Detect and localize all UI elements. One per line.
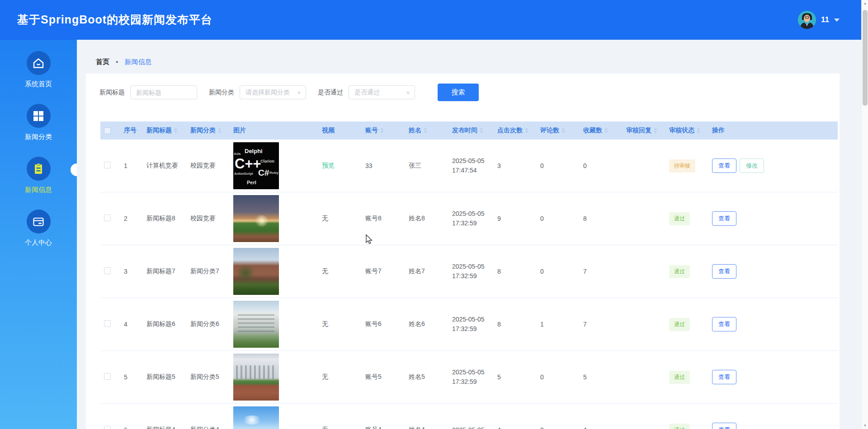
cell-comments: 1 — [537, 321, 580, 328]
pass-status-select[interactable]: 是否通过 ∨ — [349, 85, 415, 99]
col-header-label: 账号 — [365, 126, 378, 135]
table-row: 3新闻标题7新闻分类7无账号7姓名72025-05-0517:32:59807通… — [100, 245, 838, 298]
scrollbar[interactable]: ▲ ▼ — [861, 0, 868, 429]
sort-icon[interactable] — [218, 128, 222, 133]
scrollbar-down-arrow[interactable]: ▼ — [862, 424, 868, 428]
row-checkbox[interactable] — [104, 320, 111, 327]
avatar[interactable] — [798, 11, 816, 29]
row-checkbox[interactable] — [104, 214, 111, 221]
news-thumbnail[interactable] — [233, 301, 279, 348]
col-header-favorites[interactable]: 收藏数 — [580, 126, 623, 135]
cell-video: 无 — [318, 267, 362, 275]
breadcrumb-current[interactable]: 新闻信息 — [124, 58, 151, 66]
cell-publish-time: 2025-05-0517:32:59 — [448, 315, 494, 334]
col-header-publish_time[interactable]: 发布时间 — [448, 126, 494, 135]
news-table: 序号新闻标题新闻分类图片视频账号姓名发布时间点击次数评论数收藏数审核回复审核状态… — [100, 121, 838, 429]
cell-image — [230, 406, 318, 429]
sort-icon[interactable] — [654, 128, 657, 133]
cell-review-status: 通过 — [665, 318, 708, 331]
building-windows — [238, 314, 274, 333]
row-checkbox[interactable] — [104, 426, 111, 429]
cell-review-status: 通过 — [665, 265, 708, 278]
view-button[interactable]: 查看 — [712, 159, 736, 173]
view-button[interactable]: 查看 — [712, 264, 736, 279]
sidebar-item-news-info[interactable]: 新闻信息 — [0, 157, 77, 194]
cell-favorites: 4 — [580, 426, 623, 429]
grid-icon — [33, 110, 44, 122]
col-header-category[interactable]: 新闻分类 — [187, 126, 230, 135]
cell-index: 4 — [120, 321, 143, 328]
sort-icon[interactable] — [380, 128, 384, 133]
cell-news-category: 新闻分类7 — [187, 267, 230, 275]
cell-actions: 查看 — [708, 317, 838, 331]
cell-comments: 0 — [537, 373, 580, 381]
view-button[interactable]: 查看 — [712, 211, 736, 226]
col-header-review_reply[interactable]: 审核回复 — [623, 126, 665, 135]
cell-comments: 0 — [537, 426, 580, 429]
sort-icon[interactable] — [174, 128, 178, 133]
cell-index: 2 — [120, 215, 143, 222]
cell-name: 姓名7 — [405, 267, 448, 275]
sidebar-item-home[interactable]: 系统首页 — [0, 51, 77, 89]
cell-name: 张三 — [405, 162, 448, 170]
publish-clock: 17:32:59 — [452, 219, 494, 228]
col-header-title[interactable]: 新闻标题 — [143, 126, 187, 135]
col-header-checkbox — [100, 127, 120, 134]
cell-news-title: 新闻标题6 — [143, 320, 187, 328]
col-header-label: 发布时间 — [452, 126, 477, 135]
select-all-checkbox[interactable] — [104, 127, 111, 134]
scrollbar-up-arrow[interactable]: ▲ — [862, 1, 868, 5]
row-checkbox[interactable] — [104, 267, 111, 274]
row-checkbox[interactable] — [104, 373, 111, 380]
cell-clicks: 8 — [494, 321, 537, 328]
news-thumbnail[interactable] — [233, 195, 279, 242]
cell-news-category: 新闻分类4 — [187, 426, 230, 429]
search-button[interactable]: 搜索 — [438, 84, 479, 101]
wordcloud-word: Ada — [234, 152, 241, 156]
user-menu[interactable]: 11 — [798, 10, 840, 29]
sidebar-item-profile[interactable]: 个人中心 — [0, 210, 77, 247]
news-category-select[interactable]: 请选择新闻分类 ∨ — [240, 85, 306, 99]
video-preview-link[interactable]: 预览 — [322, 162, 335, 169]
sort-icon[interactable] — [697, 128, 700, 133]
cell-account: 账号8 — [362, 214, 405, 223]
col-header-review_status[interactable]: 审核状态 — [665, 126, 708, 135]
row-checkbox[interactable] — [104, 162, 111, 168]
col-header-comments[interactable]: 评论数 — [537, 126, 580, 135]
news-thumbnail[interactable]: DelphiC++C#ClarionRubyPerlActionScriptAd… — [233, 142, 279, 189]
view-button[interactable]: 查看 — [712, 423, 736, 429]
col-header-label: 操作 — [712, 126, 725, 135]
sort-icon[interactable] — [561, 128, 565, 133]
scrollbar-thumb[interactable] — [863, 10, 868, 106]
edit-button[interactable]: 修改 — [740, 159, 764, 173]
col-header-index: 序号 — [120, 126, 143, 135]
cell-video: 无 — [318, 373, 362, 381]
wordcloud-word: Ruby — [269, 171, 278, 175]
view-button[interactable]: 查看 — [712, 370, 736, 384]
filter-pass-label: 是否通过 — [318, 89, 343, 97]
sidebar-item-news-category[interactable]: 新闻分类 — [0, 104, 77, 141]
cell-publish-time: 2025-05-0517:32:59 — [448, 262, 494, 281]
sort-icon[interactable] — [424, 128, 427, 133]
col-header-name[interactable]: 姓名 — [405, 126, 448, 135]
sort-icon[interactable] — [525, 128, 528, 133]
sidebar-item-label: 系统首页 — [25, 80, 52, 89]
wordcloud-word: Perl — [247, 180, 256, 185]
sort-icon[interactable] — [604, 128, 608, 133]
news-title-input[interactable] — [130, 85, 197, 99]
pass-status-placeholder: 是否通过 — [354, 89, 380, 97]
view-button[interactable]: 查看 — [712, 317, 736, 331]
cell-news-category: 新闻分类6 — [187, 320, 230, 328]
col-header-image: 图片 — [230, 126, 318, 135]
col-header-clicks[interactable]: 点击次数 — [494, 126, 537, 135]
breadcrumb-home[interactable]: 首页 — [96, 58, 109, 66]
news-thumbnail[interactable] — [233, 354, 279, 401]
news-thumbnail[interactable] — [233, 406, 279, 429]
cell-image — [230, 354, 318, 401]
cell-clicks: 9 — [494, 215, 537, 222]
col-header-account[interactable]: 账号 — [362, 126, 405, 135]
sort-icon[interactable] — [480, 128, 483, 133]
sidebar-item-label: 个人中心 — [25, 238, 52, 247]
filter-bar: 新闻标题 新闻分类 请选择新闻分类 ∨ 是否通过 是否通过 ∨ 搜索 — [99, 84, 479, 101]
news-thumbnail[interactable] — [233, 248, 279, 295]
